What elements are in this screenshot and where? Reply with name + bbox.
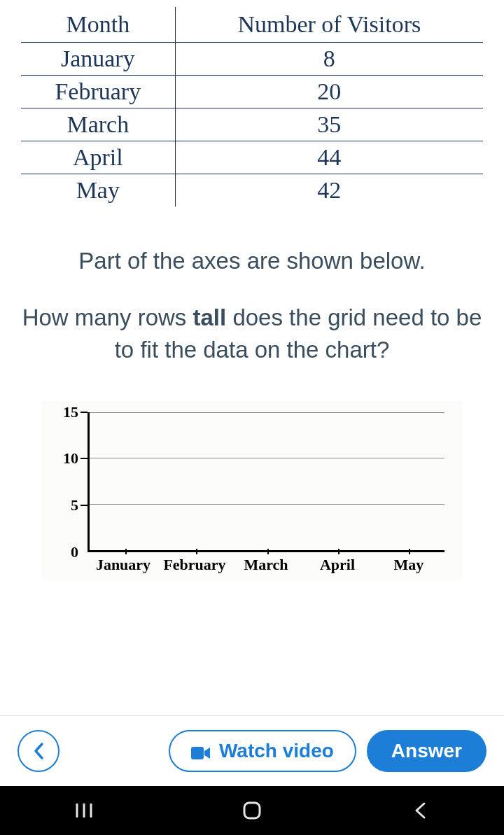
question-text: Part of the axes are shown below. How ma… <box>21 245 483 367</box>
table-row: January 8 <box>21 43 483 76</box>
y-axis: 15 10 5 0 <box>52 412 84 552</box>
answer-button[interactable]: Answer <box>367 730 486 772</box>
x-tick-label: May <box>373 556 444 574</box>
back-button[interactable] <box>18 730 59 772</box>
y-tick-label: 5 <box>71 496 78 514</box>
y-tick-label: 10 <box>63 449 78 468</box>
table-row: March 35 <box>21 108 483 141</box>
y-tick-label: 15 <box>63 403 78 421</box>
chevron-left-icon <box>32 741 45 761</box>
x-tick-label: February <box>159 556 230 574</box>
table-row: February 20 <box>21 76 483 108</box>
plot-area <box>88 412 444 552</box>
x-tick-label: January <box>88 556 159 574</box>
system-nav-bar <box>0 786 504 835</box>
x-tick-label: April <box>302 556 373 574</box>
answer-label: Answer <box>391 740 462 762</box>
back-nav-button[interactable] <box>406 797 434 825</box>
recent-apps-button[interactable] <box>70 797 98 825</box>
chart-axes: 15 10 5 0 January February M <box>42 402 462 581</box>
table-header-visitors: Number of Visitors <box>175 7 483 43</box>
x-axis: January February March April May <box>88 556 444 574</box>
bottom-action-bar: Watch video Answer <box>0 715 504 786</box>
watch-video-button[interactable]: Watch video <box>169 730 356 772</box>
svg-rect-4 <box>244 803 260 818</box>
x-tick-label: March <box>230 556 302 574</box>
watch-video-label: Watch video <box>219 740 334 762</box>
video-icon <box>191 743 211 759</box>
svg-rect-0 <box>191 747 204 759</box>
home-button[interactable] <box>238 797 266 825</box>
question-line2: How many rows tall does the grid need to… <box>21 302 483 366</box>
table-row: May 42 <box>21 174 483 207</box>
table-row: April 44 <box>21 141 483 174</box>
y-tick-label: 0 <box>71 543 78 561</box>
question-line1: Part of the axes are shown below. <box>21 245 483 277</box>
visitors-table: Month Number of Visitors January 8 Febru… <box>21 7 483 206</box>
table-header-month: Month <box>21 7 175 43</box>
